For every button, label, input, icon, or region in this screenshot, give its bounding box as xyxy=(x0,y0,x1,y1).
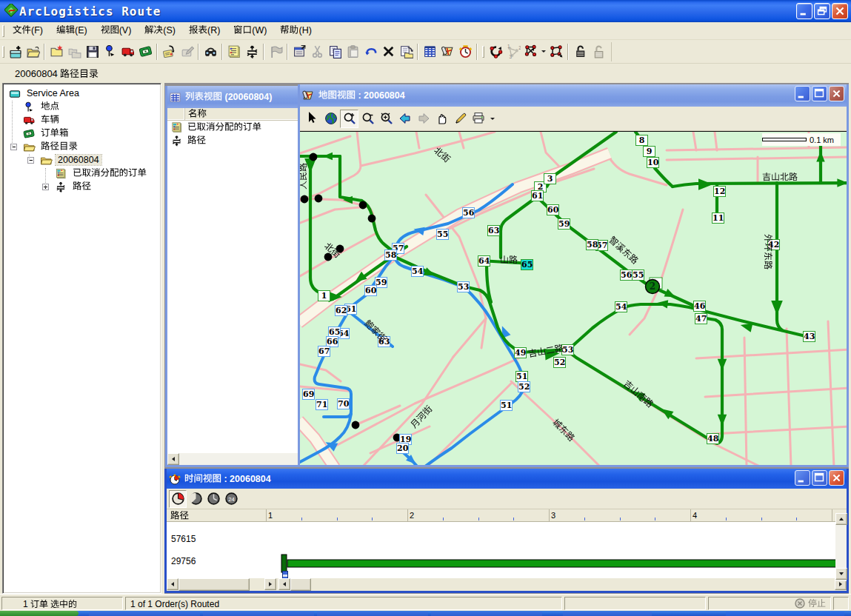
tree-item-label[interactable] xyxy=(70,168,149,178)
time-gantt-body[interactable]: 5761529756 xyxy=(167,522,847,578)
map-maximize-button[interactable] xyxy=(812,86,827,101)
open-project-button[interactable] xyxy=(24,43,41,61)
map-stop-12-green[interactable]: 12 xyxy=(713,186,726,197)
list-view-hscrollbar[interactable] xyxy=(167,453,308,465)
new-folder-button[interactable] xyxy=(47,43,65,61)
map-stop-52-green[interactable]: 52 xyxy=(553,357,566,368)
map-stop-52-blue[interactable]: 52 xyxy=(518,381,530,392)
copy-folder-button[interactable] xyxy=(65,43,83,61)
find-button[interactable] xyxy=(201,43,219,61)
flag-button[interactable] xyxy=(267,43,284,61)
taskbar-button[interactable] xyxy=(563,612,652,616)
tree-item-label[interactable] xyxy=(70,181,93,192)
map-stop-60-green[interactable]: 60 xyxy=(547,204,559,215)
map-stop-3-green[interactable]: 3 xyxy=(544,173,556,184)
locations-button[interactable] xyxy=(101,43,119,61)
time-scroll-right-1[interactable] xyxy=(264,578,276,590)
map-tool-forward-extent[interactable] xyxy=(414,110,433,128)
scroll-left-button[interactable] xyxy=(167,453,179,465)
map-stop-69-blue[interactable]: 69 xyxy=(302,389,315,400)
menu-item-6[interactable]: (H) xyxy=(273,23,318,38)
time-maximize-button[interactable] xyxy=(812,470,827,486)
unassigned-order-dot[interactable] xyxy=(352,421,360,429)
map-view-titlebar[interactable]: : 20060804 xyxy=(300,84,847,107)
menu-item-2[interactable]: (V) xyxy=(94,23,139,38)
map-stop-47-green[interactable]: 47 xyxy=(695,313,707,324)
list-column-blank[interactable] xyxy=(167,108,185,120)
time-scroll-thumb-1[interactable] xyxy=(178,578,250,591)
close-button[interactable] xyxy=(832,3,848,19)
map-tool-select-pointer[interactable] xyxy=(303,110,321,128)
taskbar-button[interactable] xyxy=(89,612,200,616)
map-tool-zoom-in[interactable] xyxy=(340,110,358,128)
list-row-0[interactable] xyxy=(167,121,308,134)
map-stop-63-green[interactable]: 63 xyxy=(487,225,500,236)
minimize-button[interactable] xyxy=(796,3,812,19)
cut-button[interactable] xyxy=(308,43,326,61)
map-stop-58-blue[interactable]: 58 xyxy=(384,250,397,261)
list-row-label[interactable] xyxy=(187,122,261,133)
map-tool-draw-pencil[interactable] xyxy=(451,110,470,128)
map-tool-full-extent-globe[interactable] xyxy=(321,110,340,128)
menu-item-0[interactable]: (F) xyxy=(6,23,50,38)
tree-item-label[interactable]: Service Area xyxy=(24,88,81,98)
tree-item-[interactable] xyxy=(4,113,159,127)
map-close-button[interactable] xyxy=(829,86,844,101)
map-stop-55-green[interactable]: 55 xyxy=(632,270,644,281)
tree-item-[interactable] xyxy=(4,100,159,113)
map-stop-8-green[interactable]: 8 xyxy=(635,135,648,146)
map-stop-9-green[interactable]: 9 xyxy=(643,146,655,157)
lock-button[interactable] xyxy=(571,43,589,61)
paste-into-folder-button[interactable] xyxy=(397,43,415,61)
map-stop-56-blue[interactable]: 56 xyxy=(462,207,475,218)
map-stop-70-blue[interactable]: 70 xyxy=(337,398,350,409)
gantt-bar-29756[interactable] xyxy=(287,560,840,567)
time-tool-clock-half[interactable] xyxy=(187,490,204,508)
unlock-button[interactable] xyxy=(589,43,607,61)
tree-item-[interactable] xyxy=(4,180,159,193)
properties-button[interactable] xyxy=(290,43,308,61)
map-stop-1-green[interactable]: 1 xyxy=(318,290,330,301)
save-button[interactable] xyxy=(83,43,101,61)
map-stop-67-blue[interactable]: 67 xyxy=(318,346,330,357)
unassigned-order-dot[interactable] xyxy=(315,195,323,203)
map-view-button[interactable] xyxy=(438,43,456,61)
list-view-titlebar[interactable]: (20060804) xyxy=(167,86,308,108)
map-stop-58-green[interactable]: 58 xyxy=(586,239,598,250)
map-tool-pan-hand[interactable] xyxy=(433,110,451,128)
map-stop-53-blue[interactable]: 53 xyxy=(457,281,470,292)
list-view-button[interactable] xyxy=(421,43,438,61)
tree-item-20060804[interactable]: 20060804 xyxy=(4,153,159,167)
restore-button[interactable] xyxy=(814,3,830,19)
tree-item-[interactable] xyxy=(4,127,159,140)
tree-item-label[interactable]: 20060804 xyxy=(56,155,101,165)
time-scroll-up[interactable] xyxy=(835,513,847,525)
map-stop-59-green[interactable]: 59 xyxy=(558,218,570,230)
map-stop-61-green[interactable]: 61 xyxy=(531,190,544,201)
time-scroll-left-1[interactable] xyxy=(167,578,178,590)
time-scroll-down[interactable] xyxy=(835,568,847,580)
undo-button[interactable] xyxy=(361,43,379,61)
print-dropdown[interactable] xyxy=(488,118,497,120)
list-row-1[interactable] xyxy=(167,134,308,147)
time-tool-clock-24[interactable]: 24 xyxy=(222,490,240,508)
map-stop-60-blue[interactable]: 60 xyxy=(364,285,377,296)
time-vscrollbar[interactable] xyxy=(835,513,847,581)
menu-item-1[interactable]: (E) xyxy=(50,23,94,38)
map-stop-65-green[interactable]: 65 xyxy=(521,259,533,270)
build-routes-menu-button[interactable] xyxy=(522,43,540,61)
toolbar-gripper[interactable] xyxy=(2,46,4,58)
unassigned-order-dot[interactable] xyxy=(301,195,309,204)
map-stop-20-blue[interactable]: 20 xyxy=(396,443,409,454)
tree-item-label[interactable] xyxy=(39,141,80,152)
tree-item-label[interactable] xyxy=(39,101,61,112)
tree-item-[interactable] xyxy=(4,140,159,153)
map-stop-10-green[interactable]: 10 xyxy=(647,157,659,168)
copy-button[interactable] xyxy=(326,43,344,61)
list-notes-button[interactable] xyxy=(225,43,243,61)
list-column-name[interactable] xyxy=(185,108,308,120)
build-routes-button[interactable] xyxy=(547,43,565,61)
map-stop-54-blue[interactable]: 54 xyxy=(411,266,424,277)
map-stop-48-green[interactable]: 48 xyxy=(707,433,719,444)
menu-gripper[interactable] xyxy=(2,25,4,37)
